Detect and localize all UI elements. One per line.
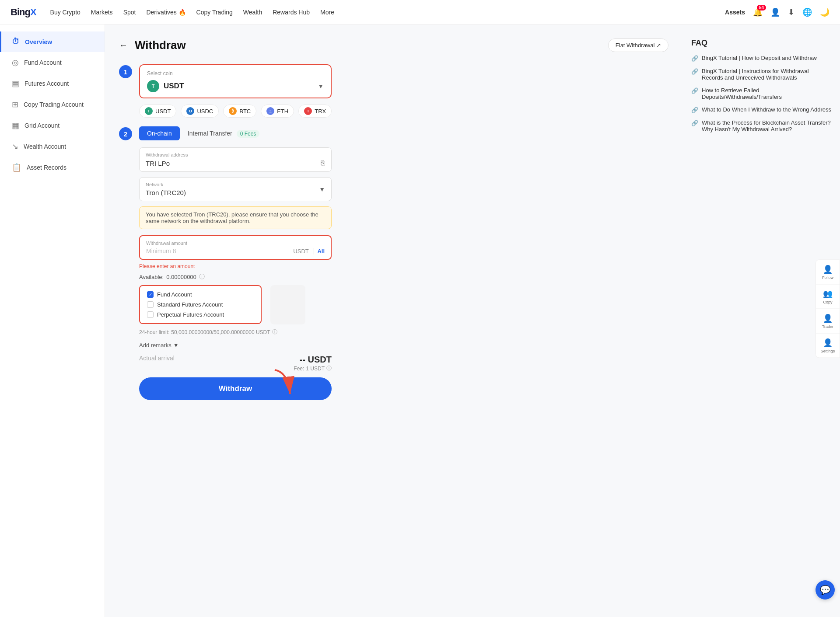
amount-min-hint: Minimum 8	[146, 247, 293, 254]
sidebar-item-wealth-account[interactable]: ↘ Wealth Account	[0, 136, 105, 157]
nav-derivatives[interactable]: Derivatives 🔥	[146, 9, 186, 16]
perp-futures-checkbox[interactable]: Perpetual Futures Account	[147, 311, 254, 318]
arrival-amount: -- USDT	[294, 355, 332, 365]
faq-text-1: BingX Tutorial | Instructions for Withdr…	[702, 68, 831, 81]
fund-account-checkbox[interactable]: ✓ Fund Account	[147, 291, 254, 298]
faq-item-0[interactable]: 🔗 BingX Tutorial | How to Deposit and Wi…	[691, 55, 831, 62]
coin-select-value[interactable]: T USDT ▼	[147, 80, 324, 92]
theme-icon[interactable]: 🌙	[820, 7, 830, 17]
withdrawal-address-field[interactable]: Withdrawal address TRI LPo ⎘	[139, 147, 332, 172]
withdraw-button[interactable]: Withdraw	[139, 377, 332, 400]
coin-chevron-icon: ▼	[318, 83, 324, 90]
network-left: Network Tron (TRC20)	[146, 182, 186, 196]
float-label-4: Settings	[821, 349, 835, 353]
float-item-1[interactable]: 👤 Follow	[816, 260, 840, 284]
limit-label: 24-hour limit:	[139, 329, 169, 335]
chip-eth-icon: Ξ	[266, 107, 274, 115]
chip-btc-icon: ₿	[229, 107, 237, 115]
coin-chip-eth[interactable]: Ξ ETH	[261, 105, 294, 118]
faq-text-3: What to Do When I Withdraw to the Wrong …	[702, 106, 831, 113]
faq-item-2[interactable]: 🔗 How to Retrieve Failed Deposits/Withdr…	[691, 87, 831, 100]
tab-onchain[interactable]: On-chain	[139, 126, 180, 140]
fiat-withdrawal-button[interactable]: Fiat Withdrawal ↗	[608, 38, 668, 52]
sidebar-item-futures-account[interactable]: ▤ Futures Account	[0, 73, 105, 94]
coin-chip-trx[interactable]: T TRX	[298, 105, 332, 118]
sidebar-item-grid-account[interactable]: ▦ Grid Account	[0, 115, 105, 136]
chip-trx-label: TRX	[315, 108, 326, 115]
fund-cb: ✓	[147, 291, 154, 298]
sidebar-item-copy-trading[interactable]: ⊞ Copy Trading Account	[0, 94, 105, 115]
user-icon[interactable]: 👤	[770, 7, 780, 17]
fund-account-label: Fund Account	[157, 291, 192, 298]
content-area: ← Withdraw Fiat Withdrawal ↗ 1 Select co…	[105, 24, 840, 617]
float-item-3[interactable]: 👤 Trader	[816, 309, 840, 333]
paste-icon[interactable]: ⎘	[321, 159, 325, 167]
amount-row: Minimum 8 USDT | All	[146, 247, 325, 254]
std-futures-label: Standard Futures Account	[157, 301, 223, 308]
chip-usdc-label: USDC	[197, 108, 213, 115]
coin-chip-usdc[interactable]: U USDC	[181, 105, 219, 118]
step-2-content: On-chain Internal Transfer 0 Fees Withdr…	[139, 126, 668, 407]
coin-chip-usdt[interactable]: T USDT	[139, 105, 176, 118]
faq-title: FAQ	[691, 38, 831, 48]
address-row: TRI LPo ⎘	[146, 159, 325, 167]
faq-text-2: How to Retrieve Failed Deposits/Withdraw…	[702, 87, 831, 100]
logo[interactable]: BingX	[10, 7, 36, 18]
faq-icon-1: 🔗	[691, 68, 698, 75]
faq-item-3[interactable]: 🔗 What to Do When I Withdraw to the Wron…	[691, 106, 831, 113]
chat-icon: 💬	[820, 585, 831, 595]
nav-markets[interactable]: Markets	[91, 9, 113, 16]
float-item-2[interactable]: 👥 Copy	[816, 284, 840, 309]
float-item-4[interactable]: 👤 Settings	[816, 333, 840, 357]
coin-info: T USDT	[147, 80, 184, 92]
network-chevron-icon: ▼	[319, 186, 325, 193]
arrival-section: Actual arrival -- USDT Fee: 1 USDT ⓘ	[139, 355, 332, 372]
available-info-icon[interactable]: ⓘ	[199, 273, 205, 281]
download-icon[interactable]: ⬇	[788, 7, 794, 17]
topnav-right: Assets 🔔 54 👤 ⬇ 🌐 🌙	[725, 7, 830, 17]
sidebar-item-fund-account[interactable]: ◎ Fund Account	[0, 52, 105, 73]
main-layout: ⏱ Overview ◎ Fund Account ▤ Futures Acco…	[0, 24, 840, 617]
sidebar-item-overview[interactable]: ⏱ Overview	[0, 31, 105, 52]
amount-all-button[interactable]: All	[317, 248, 325, 254]
nav-more[interactable]: More	[320, 9, 334, 16]
back-button[interactable]: ←	[119, 40, 128, 50]
nav-copy-trading[interactable]: Copy Trading	[196, 9, 233, 16]
faq-item-4[interactable]: 🔗 What is the Process for Blockchain Ass…	[691, 119, 831, 132]
std-futures-checkbox[interactable]: Standard Futures Account	[147, 301, 254, 308]
chip-usdc-icon: U	[186, 107, 194, 115]
fee-value: 1 USDT	[306, 366, 325, 372]
withdrawal-amount-field[interactable]: Withdrawal amount Minimum 8 USDT | All	[139, 235, 332, 260]
nav-wealth[interactable]: Wealth	[243, 9, 262, 16]
form-area: ← Withdraw Fiat Withdrawal ↗ 1 Select co…	[105, 24, 682, 617]
address-value: TRI LPo	[146, 160, 317, 167]
limit-value: 50,000.00000000/50,000.00000000 USDT	[171, 329, 270, 335]
notification-badge: 54	[757, 5, 766, 10]
faq-icon-0: 🔗	[691, 55, 698, 62]
coin-chip-btc[interactable]: ₿ BTC	[223, 105, 256, 118]
remarks-row[interactable]: Add remarks ▼	[139, 342, 668, 349]
assets-link[interactable]: Assets	[725, 9, 745, 16]
sidebar-label-copy: Copy Trading Account	[24, 101, 84, 108]
nav-buy-crypto[interactable]: Buy Crypto	[50, 9, 80, 16]
sidebar-label-fund: Fund Account	[24, 59, 62, 66]
tab-internal[interactable]: Internal Transfer 0 Fees	[180, 126, 268, 140]
float-sidebar: 👤 Follow 👥 Copy 👤 Trader 👤 Settings	[816, 259, 840, 358]
chat-button[interactable]: 💬	[816, 580, 835, 600]
language-icon[interactable]: 🌐	[802, 7, 812, 17]
fee-info-icon[interactable]: ⓘ	[326, 365, 332, 372]
limit-info-icon[interactable]: ⓘ	[272, 328, 277, 336]
address-label: Withdrawal address	[146, 152, 325, 157]
nav-rewards[interactable]: Rewards Hub	[273, 9, 310, 16]
faq-item-1[interactable]: 🔗 BingX Tutorial | Instructions for With…	[691, 68, 831, 81]
notifications-icon[interactable]: 🔔 54	[753, 7, 763, 17]
sidebar-item-asset-records[interactable]: 📋 Asset Records	[0, 157, 105, 178]
network-select[interactable]: Network Tron (TRC20) ▼	[139, 177, 332, 201]
nav-spot[interactable]: Spot	[123, 9, 136, 16]
records-icon: 📋	[12, 163, 21, 172]
error-message: Please enter an amount	[139, 263, 668, 269]
perp-futures-label: Perpetual Futures Account	[157, 311, 224, 318]
arrival-fee: Fee: 1 USDT ⓘ	[294, 365, 332, 372]
faq-icon-4: 🔗	[691, 120, 698, 126]
coin-select-box[interactable]: Select coin T USDT ▼	[139, 64, 332, 98]
